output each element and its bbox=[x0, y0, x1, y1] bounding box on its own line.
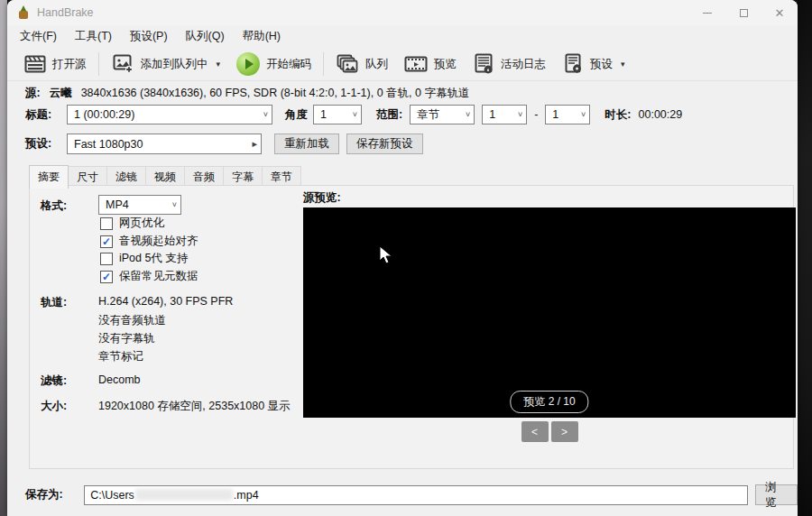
preset-document-icon bbox=[562, 53, 584, 75]
minimize-icon bbox=[703, 13, 712, 14]
source-preview-label: 源预览: bbox=[303, 190, 341, 206]
activity-log-button[interactable]: 活动日志 bbox=[465, 50, 554, 78]
duration-value: 00:00:29 bbox=[639, 108, 683, 121]
preview-nav: < > bbox=[303, 421, 796, 442]
handbrake-logo-icon bbox=[16, 5, 31, 20]
range-end-select[interactable]: 1 ˅ bbox=[545, 105, 590, 124]
open-source-label: 打开源 bbox=[52, 57, 87, 72]
chevron-down-icon: ˅ bbox=[172, 200, 177, 209]
menu-help[interactable]: 帮助(H) bbox=[243, 29, 281, 44]
track-video: H.264 (x264), 30 FPS PFR bbox=[98, 295, 233, 308]
play-icon bbox=[236, 52, 260, 76]
toolbar-separator bbox=[323, 52, 324, 76]
menu-presets[interactable]: 预设(P) bbox=[130, 29, 168, 44]
chevron-down-icon: ˅ bbox=[518, 110, 522, 119]
save-row: 保存为: C:\Users .mp4 浏览 bbox=[7, 484, 798, 505]
title-row: 标题: 1 (00:00:29) ˅ 角度 1 ˅ 范围: 章节 ˅ 1 ˅ -… bbox=[25, 105, 682, 124]
chevron-right-icon: ▸ bbox=[252, 138, 257, 150]
maximize-button[interactable] bbox=[725, 0, 761, 25]
titlebar: HandBrake ✕ bbox=[7, 0, 798, 25]
filmstrip-play-icon bbox=[404, 54, 428, 74]
window-title: HandBrake bbox=[37, 6, 94, 19]
preview-prev-button[interactable]: < bbox=[521, 421, 549, 442]
filters-value: Decomb bbox=[98, 373, 141, 386]
preset-picker[interactable]: Fast 1080p30 ▸ bbox=[67, 134, 262, 154]
save-new-preset-button[interactable]: 保存新预设 bbox=[346, 134, 423, 154]
chevron-down-icon: ˅ bbox=[581, 110, 586, 119]
checkbox-1[interactable]: ✓ bbox=[100, 235, 113, 248]
title-select[interactable]: 1 (00:00:29) ˅ bbox=[67, 105, 272, 124]
format-select[interactable]: MP4 ˅ bbox=[98, 195, 181, 215]
checkbox-3[interactable]: ✓ bbox=[100, 271, 113, 283]
chevron-down-icon: ˅ bbox=[466, 110, 470, 119]
reload-preset-button[interactable]: 重新加载 bbox=[274, 134, 339, 154]
source-name: 云曦 bbox=[50, 86, 72, 101]
preview-label: 预览 bbox=[434, 57, 457, 72]
save-path-input[interactable]: C:\Users .mp4 bbox=[84, 485, 748, 505]
close-button[interactable]: ✕ bbox=[761, 0, 798, 25]
save-path-suffix: .mp4 bbox=[234, 489, 259, 502]
presets-button[interactable]: 预设 ▾ bbox=[554, 50, 633, 78]
format-label: 格式: bbox=[41, 198, 67, 214]
source-preview-image: 预览 2 / 10 bbox=[303, 207, 796, 418]
queue-button[interactable]: 队列 bbox=[328, 50, 396, 78]
filters-label: 滤镜: bbox=[41, 373, 67, 389]
chevron-down-icon: ▾ bbox=[621, 60, 625, 69]
size-label: 大小: bbox=[41, 399, 67, 414]
menu-tools[interactable]: 工具(T) bbox=[75, 29, 112, 44]
checkbox-0[interactable]: ✓ bbox=[100, 217, 113, 230]
queue-label: 队列 bbox=[365, 57, 388, 72]
preview-counter-badge: 预览 2 / 10 bbox=[510, 391, 588, 413]
minimize-button[interactable] bbox=[689, 0, 725, 25]
log-document-icon bbox=[473, 53, 494, 75]
keep-metadata-checkrow[interactable]: ✓ 保留常见元数据 bbox=[100, 269, 198, 284]
checkbox-2[interactable]: ✓ bbox=[100, 253, 113, 265]
toolbar-separator bbox=[98, 52, 99, 76]
save-path-prefix: C:\Users bbox=[90, 489, 134, 502]
tab-summary[interactable]: 摘要 bbox=[29, 165, 69, 189]
redacted-path-segment bbox=[135, 489, 233, 501]
tracks-label: 轨道: bbox=[41, 295, 67, 310]
duration-label: 时长: bbox=[604, 107, 631, 123]
range-type-select[interactable]: 章节 ˅ bbox=[410, 105, 475, 124]
track-subtitle: 没有字幕轨 bbox=[98, 331, 155, 346]
presets-label: 预设 bbox=[590, 57, 613, 72]
start-encode-label: 开始编码 bbox=[266, 57, 311, 72]
preview-next-button[interactable]: > bbox=[551, 421, 578, 442]
open-source-button[interactable]: 打开源 bbox=[16, 51, 95, 78]
add-to-queue-label: 添加到队列中 bbox=[141, 57, 208, 72]
size-value: 1920x1080 存储空间, 2535x1080 显示 bbox=[98, 399, 291, 414]
chevron-down-icon: ˅ bbox=[353, 110, 357, 119]
toolbar: 打开源 添加到队列中 ▾ 开始编码 队列 预览 bbox=[7, 48, 798, 81]
browse-button[interactable]: 浏览 bbox=[755, 484, 798, 505]
title-label: 标题: bbox=[25, 107, 67, 123]
source-details: 3840x1636 (3840x1636), 60 FPS, SDR (8-bi… bbox=[81, 86, 470, 101]
ipod-support-checkrow[interactable]: ✓ iPod 5代 支持 bbox=[100, 251, 188, 266]
menu-queue[interactable]: 队列(Q) bbox=[186, 29, 225, 44]
maximize-icon bbox=[740, 9, 748, 17]
start-encode-button[interactable]: 开始编码 bbox=[228, 49, 319, 79]
add-to-queue-button[interactable]: 添加到队列中 ▾ bbox=[103, 50, 229, 78]
mouse-cursor bbox=[379, 245, 393, 269]
av-align-checkrow[interactable]: ✓ 音视频起始对齐 bbox=[100, 234, 198, 249]
range-label: 范围: bbox=[376, 107, 402, 123]
chevron-down-icon: ▾ bbox=[217, 60, 221, 69]
source-label: 源: bbox=[25, 86, 41, 101]
close-icon: ✕ bbox=[775, 6, 785, 20]
range-start-select[interactable]: 1 ˅ bbox=[482, 105, 527, 124]
source-row: 源: 云曦 3840x1636 (3840x1636), 60 FPS, SDR… bbox=[25, 86, 469, 101]
angle-select[interactable]: 1 ˅ bbox=[313, 105, 362, 124]
track-chapters: 章节标记 bbox=[98, 349, 143, 364]
web-optimized-checkrow[interactable]: ✓ 网页优化 bbox=[100, 216, 164, 231]
photo-stack-icon bbox=[336, 53, 359, 75]
menubar: 文件(F) 工具(T) 预设(P) 队列(Q) 帮助(H) bbox=[7, 25, 798, 48]
desktop-background-left bbox=[0, 0, 7, 516]
summary-panel: 格式: MP4 ˅ ✓ 网页优化 ✓ 音视频起始对齐 ✓ iPod 5代 支持 … bbox=[29, 185, 794, 469]
desktop-background-right bbox=[798, 0, 812, 516]
menu-file[interactable]: 文件(F) bbox=[20, 29, 57, 44]
add-photo-icon bbox=[111, 53, 134, 75]
preview-button[interactable]: 预览 bbox=[396, 51, 465, 78]
angle-label: 角度 bbox=[285, 107, 308, 123]
handbrake-window: HandBrake ✕ 文件(F) 工具(T) 预设(P) 队列(Q) 帮助(H… bbox=[7, 0, 798, 516]
preset-label: 预设: bbox=[25, 136, 67, 152]
